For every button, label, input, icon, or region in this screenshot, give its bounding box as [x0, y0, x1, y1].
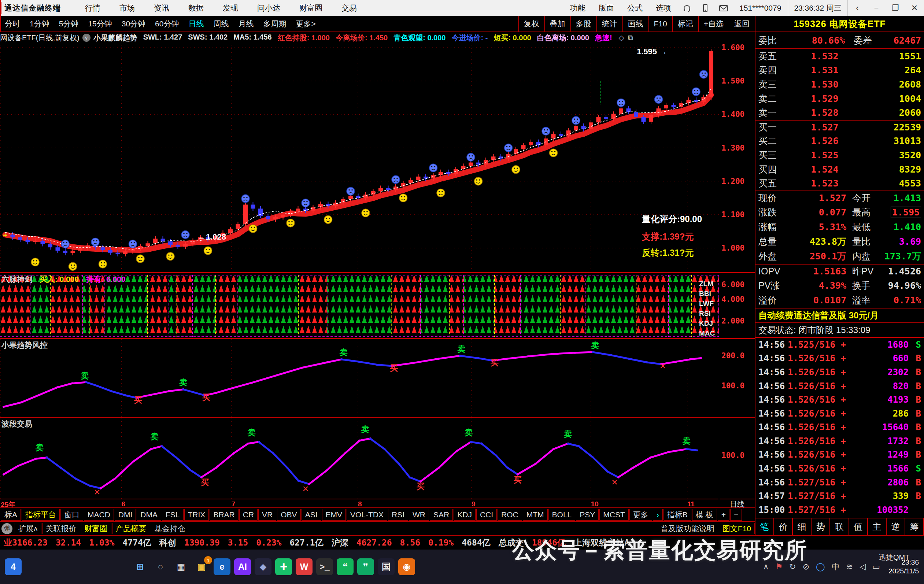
- indicator-tab-KDJ[interactable]: KDJ: [454, 509, 475, 521]
- chart-area[interactable]: 网设备ETF(日线,前复权) ∨ 小果麒麟趋势 SWL: 1.427SWS: 1…: [0, 32, 719, 507]
- quote-tab-联[interactable]: 联: [830, 518, 849, 535]
- extension-tab-扩展ᴧ[interactable]: 扩展ᴧ: [15, 523, 41, 534]
- indicator-tab-CR[interactable]: CR: [239, 509, 257, 521]
- timeframe-5分钟[interactable]: 5分钟: [54, 19, 84, 29]
- timeframe-多周期[interactable]: 多周期: [258, 19, 291, 29]
- indicator-tab-WR[interactable]: WR: [409, 509, 429, 521]
- search-button[interactable]: ◌: [152, 558, 169, 575]
- quote-tab-价[interactable]: 价: [774, 518, 793, 535]
- account-number[interactable]: 151****0079: [739, 4, 781, 12]
- popup-bubble-icon[interactable]: 弹: [2, 523, 12, 534]
- toolbar-button-画线[interactable]: 画线: [622, 16, 648, 31]
- timeframe-月线[interactable]: 月线: [233, 19, 258, 29]
- timeframe-日线[interactable]: 日线: [183, 19, 208, 29]
- indicator-tab-模 板[interactable]: 模 板: [692, 509, 717, 521]
- indicator-tab-MACD[interactable]: MACD: [84, 509, 114, 521]
- menu-item-版面[interactable]: 版面: [592, 3, 620, 13]
- indicator-tab-DMA[interactable]: DMA: [137, 509, 161, 521]
- timeframe-30分钟[interactable]: 30分钟: [117, 19, 150, 29]
- chat2-app-icon[interactable]: ❞: [357, 558, 374, 575]
- quote-tab-筹[interactable]: 筹: [905, 518, 924, 535]
- toolbar-button-多股[interactable]: 多股: [571, 16, 596, 31]
- band-panel[interactable]: 卖✕卖买卖✕卖买卖买卖✕卖: [0, 418, 719, 499]
- headset-icon[interactable]: [681, 3, 693, 13]
- timeframe-60分钟[interactable]: 60分钟: [150, 19, 183, 29]
- toolbar-button-标记[interactable]: 标记: [672, 16, 698, 31]
- indicator-tab-指标B[interactable]: 指标B: [663, 509, 691, 521]
- menu-item-市场[interactable]: 市场: [110, 3, 144, 13]
- indicator-tab-TRIX[interactable]: TRIX: [184, 509, 209, 521]
- ai-app-icon[interactable]: AI: [234, 558, 251, 575]
- toolbar-button-+自选[interactable]: +自选: [698, 16, 729, 31]
- chevron-down-icon[interactable]: ∨: [82, 34, 91, 42]
- menu-item-财富圈[interactable]: 财富圈: [290, 3, 332, 13]
- chat-app-icon[interactable]: ✚: [275, 558, 292, 575]
- timeframe-15分钟[interactable]: 15分钟: [83, 19, 117, 29]
- candlestick-chart[interactable]: [0, 32, 719, 273]
- task-view-button[interactable]: ▦: [173, 558, 190, 575]
- indicator-tab-−[interactable]: −: [730, 509, 742, 521]
- mail-icon[interactable]: [718, 3, 729, 13]
- toolbar-button-F10[interactable]: F10: [648, 16, 672, 31]
- timeframe-更多>[interactable]: 更多>: [291, 19, 320, 29]
- menu-item-选项[interactable]: 选项: [649, 3, 678, 13]
- wps-icon[interactable]: W: [296, 558, 312, 575]
- indicator-tab-MTM[interactable]: MTM: [523, 509, 548, 521]
- quote-tab-主[interactable]: 主: [868, 518, 887, 535]
- indicator-tab-SAR[interactable]: SAR: [430, 509, 453, 521]
- menu-item-公式[interactable]: 公式: [620, 3, 649, 13]
- game-bar-icon[interactable]: ◆: [255, 558, 272, 575]
- indicator-tab-ROC[interactable]: ROC: [498, 509, 522, 521]
- toolbar-button-复权[interactable]: 复权: [518, 16, 544, 31]
- restore-button[interactable]: ❐: [886, 0, 905, 16]
- help-tab-普及版功能说明[interactable]: 普及版功能说明: [657, 523, 718, 534]
- extension-tab-财富圈[interactable]: 财富圈: [81, 523, 111, 534]
- indicator-tab-FSL[interactable]: FSL: [162, 509, 183, 521]
- quote-tab-值[interactable]: 值: [849, 518, 868, 535]
- menu-item-发现[interactable]: 发现: [213, 3, 248, 13]
- start-button[interactable]: ⊞: [132, 558, 148, 575]
- quote-tab-势[interactable]: 势: [812, 518, 830, 535]
- quote-tab-逆[interactable]: 逆: [887, 518, 905, 535]
- toolbar-button-返回[interactable]: 返回: [729, 16, 755, 31]
- indicator-tab-PSY[interactable]: PSY: [576, 509, 599, 521]
- indicator-tab-BRAR[interactable]: BRAR: [210, 509, 238, 521]
- diamond-icon[interactable]: ◇: [619, 33, 624, 42]
- quote-tab-细[interactable]: 细: [793, 518, 812, 535]
- risk-panel[interactable]: 卖买卖买卖买卖买卖✕: [0, 339, 719, 418]
- indicator-tab-窗口[interactable]: 窗口: [61, 509, 83, 521]
- menu-item-功能[interactable]: 功能: [563, 3, 592, 13]
- file-explorer-icon[interactable]: ▣1: [193, 558, 210, 575]
- menu-item-问小达[interactable]: 问小达: [248, 3, 290, 13]
- minimize-button[interactable]: −: [867, 0, 886, 16]
- phone-icon[interactable]: [700, 3, 711, 13]
- timeframe-1分钟[interactable]: 1分钟: [25, 19, 54, 29]
- indicator-tab-+[interactable]: +: [718, 509, 729, 521]
- indicator-tab-指标平台[interactable]: 指标平台: [21, 509, 60, 521]
- menu-item-交易[interactable]: 交易: [332, 3, 366, 13]
- help-tab-图文F10[interactable]: 图文F10: [719, 523, 755, 534]
- indicator-tab-标A[interactable]: 标A: [1, 509, 21, 521]
- wechat-icon[interactable]: ❝: [337, 558, 353, 575]
- indicator-tab-›[interactable]: ›: [653, 509, 663, 521]
- indicator-tab-OBV[interactable]: OBV: [277, 509, 300, 521]
- indicator-tab-VOL-TDX[interactable]: VOL-TDX: [346, 509, 387, 521]
- menu-item-行情[interactable]: 行情: [76, 3, 110, 13]
- window-icon[interactable]: ⧉: [628, 34, 633, 42]
- quote-tab-笔[interactable]: 笔: [756, 518, 774, 535]
- toolbar-button-叠加[interactable]: 叠加: [544, 16, 571, 31]
- indicator-tab-ASI[interactable]: ASI: [302, 509, 321, 521]
- extension-tab-产品概要[interactable]: 产品概要: [112, 523, 150, 534]
- indicator-tab-DMI[interactable]: DMI: [115, 509, 136, 521]
- extension-tab-关联报价[interactable]: 关联报价: [42, 523, 80, 534]
- timeframe-周线[interactable]: 周线: [208, 19, 233, 29]
- indicator-tab-更多[interactable]: 更多: [629, 509, 652, 521]
- indicator-tab-RSI[interactable]: RSI: [388, 509, 408, 521]
- menu-item-资讯[interactable]: 资讯: [144, 3, 179, 13]
- hot-app-icon[interactable]: ◉: [398, 558, 415, 575]
- renewal-notice[interactable]: 自动续费通达信普及版 30元/月: [756, 308, 924, 323]
- indicator-tab-MCST[interactable]: MCST: [599, 509, 629, 521]
- indicator-tab-CCI[interactable]: CCI: [476, 509, 497, 521]
- toolbar-button-统计[interactable]: 统计: [596, 16, 622, 31]
- menu-item-数据[interactable]: 数据: [179, 3, 213, 13]
